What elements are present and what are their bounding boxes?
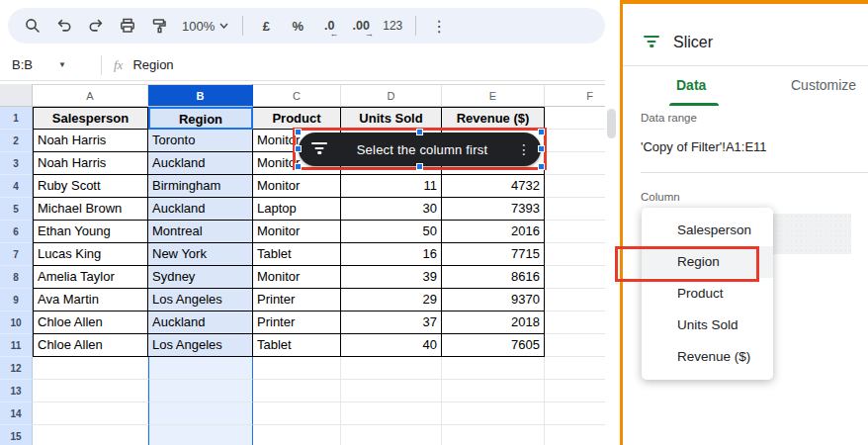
resize-handle-top[interactable] <box>416 129 423 135</box>
cell-F6[interactable] <box>545 221 605 243</box>
cell-A3[interactable]: Noah Harris <box>33 152 148 175</box>
cell-E10[interactable]: 2018 <box>442 312 545 334</box>
cell-F12[interactable] <box>545 357 605 380</box>
cell-D12[interactable] <box>341 357 442 380</box>
cell-C10[interactable]: Printer <box>253 312 341 334</box>
redo-button[interactable] <box>81 11 111 41</box>
row-header-6[interactable]: 6 <box>0 221 33 243</box>
cell-C5[interactable]: Laptop <box>253 198 341 221</box>
cell-F7[interactable] <box>545 243 605 266</box>
percent-format-button[interactable]: % <box>283 11 312 41</box>
cell-D5[interactable]: 30 <box>341 198 442 221</box>
cell-A13[interactable] <box>33 380 148 402</box>
cell-B4[interactable]: Birmingham <box>148 175 253 198</box>
column-header-C[interactable]: C <box>253 84 341 107</box>
cell-B5[interactable]: Auckland <box>148 198 253 221</box>
cell-F3[interactable] <box>545 152 605 175</box>
currency-format-button[interactable]: £ <box>251 11 281 41</box>
cell-D14[interactable] <box>341 402 442 425</box>
cell-F5[interactable] <box>545 198 605 221</box>
cell-C12[interactable] <box>253 357 341 380</box>
dropdown-option-region[interactable]: Region <box>642 246 773 278</box>
cell-D4[interactable]: 11 <box>341 175 442 198</box>
cell-C13[interactable] <box>253 380 341 402</box>
cell-D15[interactable] <box>341 425 442 445</box>
cell-E4[interactable]: 4732 <box>442 175 545 198</box>
formula-input[interactable]: Region <box>132 57 173 72</box>
cell-A4[interactable]: Ruby Scott <box>33 175 148 198</box>
row-header-3[interactable]: 3 <box>0 152 33 175</box>
vertical-scrollbar[interactable] <box>606 84 617 445</box>
scrollbar-thumb[interactable] <box>607 109 616 138</box>
cell-A8[interactable]: Amelia Taylor <box>33 266 148 289</box>
cell-E8[interactable]: 8616 <box>442 266 545 289</box>
cell-D7[interactable]: 16 <box>341 243 442 266</box>
cell-E1[interactable]: Revenue ($) <box>442 107 545 130</box>
cell-F1[interactable] <box>545 107 605 130</box>
cell-D13[interactable] <box>341 380 442 402</box>
cell-F13[interactable] <box>545 380 605 402</box>
cell-C1[interactable]: Product <box>253 107 341 130</box>
row-header-12[interactable]: 12 <box>0 357 33 380</box>
data-range-value[interactable]: 'Copy of Filter'!A1:E11 <box>641 139 767 154</box>
row-header-7[interactable]: 7 <box>0 243 33 266</box>
cell-E6[interactable]: 2016 <box>442 221 545 243</box>
cell-A10[interactable]: Chloe Allen <box>33 312 148 334</box>
cell-A14[interactable] <box>33 402 148 425</box>
paint-format-button[interactable] <box>144 11 174 41</box>
dropdown-option-product[interactable]: Product <box>642 278 773 310</box>
row-header-9[interactable]: 9 <box>0 289 33 312</box>
cell-A7[interactable]: Lucas King <box>33 243 148 266</box>
tab-data[interactable]: Data <box>676 77 706 93</box>
search-button[interactable] <box>18 11 47 41</box>
more-formats-button[interactable]: 123 <box>378 11 407 41</box>
row-header-4[interactable]: 4 <box>0 175 33 198</box>
row-header-14[interactable]: 14 <box>0 402 33 425</box>
cell-D11[interactable]: 40 <box>341 334 442 357</box>
cell-F14[interactable] <box>545 402 605 425</box>
cell-F10[interactable] <box>545 312 605 334</box>
cell-E15[interactable] <box>442 425 545 445</box>
column-header-F[interactable]: F <box>545 84 605 107</box>
cell-B12[interactable] <box>148 357 253 380</box>
cell-A9[interactable]: Ava Martin <box>33 289 148 312</box>
cell-B13[interactable] <box>148 380 253 402</box>
cell-D10[interactable]: 37 <box>341 312 442 334</box>
cell-F11[interactable] <box>545 334 605 357</box>
resize-handle-top-right[interactable] <box>538 129 545 135</box>
cell-A15[interactable] <box>33 425 148 445</box>
cell-A1[interactable]: Salesperson <box>33 107 148 130</box>
resize-handle-top-left[interactable] <box>295 129 302 135</box>
resize-handle-bottom[interactable] <box>416 163 423 170</box>
cell-D9[interactable]: 29 <box>341 289 442 312</box>
cell-D1[interactable]: Units Sold <box>341 107 442 130</box>
dropdown-option-salesperson[interactable]: Salesperson <box>642 215 773 246</box>
cell-C8[interactable]: Monitor <box>253 266 341 289</box>
print-button[interactable] <box>113 11 142 41</box>
cell-B11[interactable]: Los Angeles <box>148 334 253 357</box>
cell-A11[interactable]: Chloe Allen <box>33 334 148 357</box>
cell-A12[interactable] <box>33 357 148 380</box>
select-all-corner[interactable] <box>0 84 33 107</box>
column-header-A[interactable]: A <box>33 84 148 107</box>
cell-B9[interactable]: Los Angeles <box>148 289 253 312</box>
cell-A5[interactable]: Michael Brown <box>33 198 148 221</box>
cell-B6[interactable]: Montreal <box>148 221 253 243</box>
resize-handle-bottom-right[interactable] <box>538 163 545 170</box>
cell-F8[interactable] <box>545 266 605 289</box>
row-header-13[interactable]: 13 <box>0 380 33 402</box>
column-header-D[interactable]: D <box>341 84 442 107</box>
increase-decimal-button[interactable]: .00→ <box>346 11 376 41</box>
cell-B15[interactable] <box>148 425 253 445</box>
resize-handle-left[interactable] <box>295 145 302 152</box>
row-header-11[interactable]: 11 <box>0 334 33 357</box>
undo-button[interactable] <box>49 11 79 41</box>
cell-A6[interactable]: Ethan Young <box>33 221 148 243</box>
cell-C9[interactable]: Printer <box>253 289 341 312</box>
cell-E13[interactable] <box>442 380 545 402</box>
cell-F15[interactable] <box>545 425 605 445</box>
cell-C15[interactable] <box>253 425 341 445</box>
row-header-15[interactable]: 15 <box>0 425 33 445</box>
cell-F9[interactable] <box>545 289 605 312</box>
cell-B2[interactable]: Toronto <box>148 130 253 152</box>
